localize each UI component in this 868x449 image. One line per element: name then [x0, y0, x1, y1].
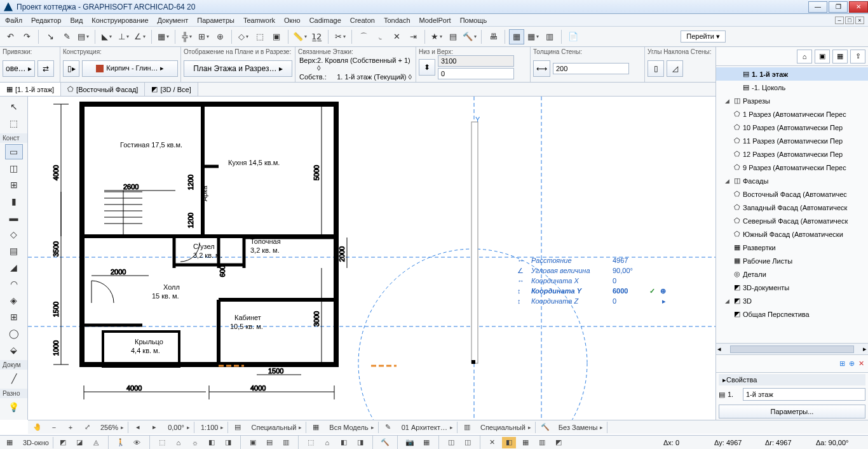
bt-8[interactable]: ☼	[188, 437, 202, 448]
bt-26[interactable]: ▥	[535, 437, 549, 448]
material-dropdown[interactable]: Кирпич - Глин… ▸	[82, 60, 178, 77]
suspend-group-button[interactable]: ⬚	[252, 29, 268, 44]
model-icon[interactable]: ▦	[309, 422, 323, 433]
menu-teamwork[interactable]: Teamwork	[243, 17, 275, 24]
model-combo[interactable]: Вся Модель	[325, 422, 378, 433]
palette-group-dokum[interactable]: Докум	[0, 360, 27, 370]
favorites-button[interactable]: ★	[429, 29, 444, 44]
bt-18[interactable]: 🔨	[378, 437, 392, 448]
minimize-button[interactable]: —	[808, 1, 827, 13]
palette-group-razno[interactable]: Разно	[0, 389, 27, 398]
navigator-tree[interactable]: ▤1. 1-й этаж ▤-1. Цоколь ◢◫Разрезы ⬠1 Ра…	[716, 66, 868, 343]
trim-button[interactable]: ✂	[332, 29, 348, 44]
grid-snap-button[interactable]: ╬	[179, 29, 194, 44]
tree-perspective[interactable]: ◩Общая Перспектива	[716, 307, 868, 321]
zoom-in-icon[interactable]: +	[64, 422, 78, 433]
bt-1[interactable]: ◩	[56, 437, 70, 448]
window-tool[interactable]: ⊞	[5, 177, 23, 192]
tree-3ddocs[interactable]: ◩3D-документы	[716, 281, 868, 294]
beam-tool[interactable]: ▬	[5, 210, 23, 225]
snap-mode-button[interactable]: ⇄	[37, 60, 54, 77]
skylight-tool[interactable]: ◈	[5, 293, 23, 308]
tree-floor1[interactable]: ▤1. 1-й этаж	[716, 67, 868, 81]
nav-add-icon[interactable]: ⊕	[849, 359, 855, 368]
view2-button[interactable]: ▦	[526, 29, 541, 44]
layer-settings-button[interactable]: ▤	[445, 29, 461, 44]
menu-edit[interactable]: Редактор	[31, 17, 61, 24]
props-name-input[interactable]	[743, 388, 865, 401]
angle-vert-button[interactable]: ▯	[648, 60, 664, 77]
parallel-button[interactable]: ∠	[132, 29, 147, 44]
nav-delete-icon[interactable]: ✕	[858, 359, 864, 368]
menu-window[interactable]: Окно	[284, 17, 301, 24]
organizer-button[interactable]: ▥	[542, 29, 557, 44]
reno-icon[interactable]: 🔨	[538, 422, 552, 433]
nav-tab-publisher[interactable]: ⇪	[850, 50, 865, 64]
mdi-close[interactable]: ×	[855, 17, 864, 24]
link-icon[interactable]: ⬍	[419, 59, 435, 76]
snap-dropdown[interactable]: ове… ▸	[3, 60, 35, 77]
nav-new-icon[interactable]: ⊞	[839, 359, 845, 368]
tree-elev-south[interactable]: ⬠Южный Фасад (Автоматически	[716, 227, 868, 241]
line-tool[interactable]: ╱	[5, 371, 23, 386]
mvo-icon[interactable]: ▥	[460, 422, 474, 433]
close-button[interactable]: ✕	[849, 1, 868, 13]
tree-section-11[interactable]: ⬠11 Разрез (Автоматически Пер	[716, 134, 868, 147]
menu-options[interactable]: Параметры	[197, 17, 234, 24]
menu-creaton[interactable]: Creaton	[350, 17, 375, 24]
bt-2[interactable]: ◪	[72, 437, 86, 448]
roof-tool[interactable]: ◢	[5, 260, 23, 275]
bottom-value[interactable]: 0	[438, 68, 514, 79]
goto-dropdown[interactable]: Перейти ▾	[681, 30, 726, 43]
layer-icon[interactable]: ▤	[231, 422, 245, 433]
nav-tab-project[interactable]: ⌂	[797, 50, 812, 64]
menu-modelport[interactable]: ModelPort	[419, 17, 451, 24]
top-value[interactable]: 3100	[438, 55, 514, 67]
menu-tondach[interactable]: Tondach	[384, 17, 410, 24]
pen-icon[interactable]: ✎	[381, 422, 395, 433]
arc-button[interactable]: ⌒	[356, 29, 371, 44]
tree-3d[interactable]: ◢◩3D	[716, 294, 868, 307]
door-tool[interactable]: ◫	[5, 161, 23, 176]
bt-3[interactable]: ◬	[89, 437, 103, 448]
sheet-button[interactable]: 📄	[566, 29, 581, 44]
elem-snap-button[interactable]: ◇	[236, 29, 251, 44]
bt-7[interactable]: ⌂	[172, 437, 186, 448]
scale-value[interactable]: 1:100	[197, 422, 229, 433]
renovate-button[interactable]: 🔨	[462, 29, 477, 44]
bt-15[interactable]: ⌂	[320, 437, 334, 448]
bt-24[interactable]: ◧	[502, 437, 516, 448]
slab-tool[interactable]: ◇	[5, 227, 23, 242]
mdi-minimize[interactable]: –	[835, 17, 844, 24]
tree-elev-east[interactable]: ⬠Восточный Фасад (Автоматичес	[716, 187, 868, 201]
rotation-value[interactable]: 0,00°	[164, 422, 194, 433]
bt-27[interactable]: ◩	[552, 437, 566, 448]
tree-interiors[interactable]: ▦Развертки	[716, 241, 868, 254]
bt-16[interactable]: ◧	[337, 437, 351, 448]
offset-button[interactable]: ▦	[156, 29, 171, 44]
tree-elev-west[interactable]: ⬠Западный Фасад (Автоматическ	[716, 201, 868, 214]
gravity-button[interactable]: ⊕	[212, 29, 227, 44]
thick-value[interactable]: 200	[553, 63, 629, 74]
tree-section-10[interactable]: ⬠10 Разрез (Автоматически Пер	[716, 121, 868, 134]
tree-details[interactable]: ◎Детали	[716, 267, 868, 281]
bt-12[interactable]: ▤	[262, 437, 276, 448]
zoom-value[interactable]: 256%	[97, 422, 128, 433]
bt-20[interactable]: ▦	[419, 437, 433, 448]
menu-design[interactable]: Конструирование	[92, 17, 148, 24]
bt-25[interactable]: ▦	[519, 437, 532, 448]
pick-button[interactable]: ↘	[43, 29, 58, 44]
menu-file[interactable]: Файл	[5, 17, 22, 24]
marquee-tool[interactable]: ⬚	[5, 116, 23, 131]
reno-combo[interactable]: Без Замены	[555, 422, 608, 433]
bt-23[interactable]: ✕	[485, 437, 499, 448]
props-settings-button[interactable]: Параметры...	[719, 405, 865, 419]
opt-icon-1[interactable]: 🤚	[31, 422, 44, 433]
bt-22[interactable]: ◫	[461, 437, 475, 448]
bt-6[interactable]: ⬚	[155, 437, 169, 448]
menu-view[interactable]: Вид	[70, 17, 83, 24]
nav-hscroll[interactable]: ◂▸	[716, 343, 868, 354]
cursor-snap-button[interactable]: ▤	[76, 29, 91, 44]
lamp-tool[interactable]: 💡	[5, 399, 23, 415]
bt-21[interactable]: ◫	[444, 437, 458, 448]
